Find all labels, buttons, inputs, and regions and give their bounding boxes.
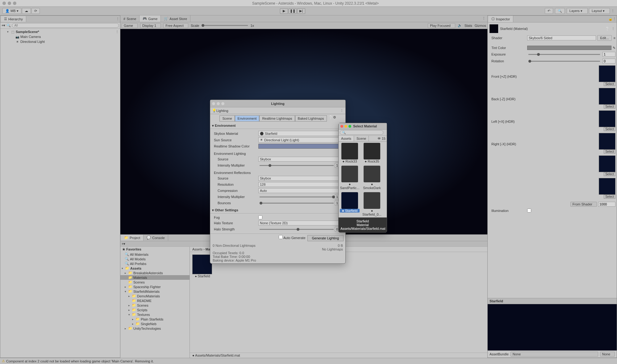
select-texture-button[interactable]: Select — [604, 127, 615, 131]
panel-menu-icon[interactable]: ⋮ — [340, 109, 344, 113]
search-icon[interactable]: 🔍 — [555, 8, 565, 14]
folder-item[interactable]: ▸📁 Plain Starfields — [120, 317, 190, 321]
kebab-icon[interactable]: ⋮ — [611, 9, 615, 13]
folder-item[interactable]: ▸📁 Spaceship Fighter — [120, 284, 190, 289]
material-grid-item[interactable]: ● Starfield — [340, 192, 360, 216]
folder-item[interactable]: ▸📁 Scenes — [120, 303, 190, 308]
step-button[interactable]: ▶| — [297, 8, 305, 14]
mute-icon[interactable]: 🔈 — [458, 23, 462, 27]
material-grid-item[interactable]: ● Rock33 — [340, 143, 360, 163]
favorite-item[interactable]: 🔍 All Models — [120, 257, 190, 261]
folder-item[interactable]: ▸📁 DemoMaterials — [120, 294, 190, 298]
folder-item[interactable]: ▾📁 Textures — [120, 312, 190, 317]
material-grid-item[interactable]: ● Rock35 — [362, 143, 382, 163]
edit-button[interactable]: Edit... — [597, 35, 611, 41]
tab-assets[interactable]: Assets — [339, 136, 354, 141]
tab-scene-lighting[interactable]: Scene — [219, 115, 235, 122]
undo-icon[interactable]: ↶ — [545, 8, 553, 14]
hierarchy-search[interactable] — [12, 23, 119, 28]
lighting-window[interactable]: Lighting 💡 Lighting ⋮ Scene Environment … — [210, 100, 346, 264]
sun-source-field[interactable]: ☀ Directional Light (Light) — [258, 137, 344, 143]
favorite-item[interactable]: 🔍 All Prefabs — [120, 261, 190, 266]
tab-lighting[interactable]: Lighting — [216, 109, 228, 113]
intensity-slider[interactable] — [260, 165, 334, 166]
from-shader-dropdown[interactable]: From Shader — [570, 202, 597, 207]
select-texture-button[interactable]: Select — [604, 195, 615, 199]
texture-slot[interactable] — [599, 178, 615, 195]
layout-dropdown[interactable]: Layout ▾ — [589, 8, 610, 14]
tab-game[interactable]: 🎮Game — [140, 15, 161, 22]
game-mode-dropdown[interactable]: Game — [122, 23, 138, 28]
tab-hierarchy[interactable]: ☰Hierarchy — [1, 16, 26, 22]
select-texture-button[interactable]: Select — [604, 172, 615, 176]
menu-icon[interactable]: ≡ — [614, 36, 615, 40]
rotation-slider[interactable] — [528, 61, 600, 62]
panel-menu-icon[interactable]: ⋮ — [116, 17, 119, 21]
refl-source-dropdown[interactable]: Skybox — [258, 176, 344, 181]
compression-dropdown[interactable]: Auto — [258, 188, 344, 193]
select-texture-button[interactable]: Select — [604, 105, 615, 109]
shadow-color-picker[interactable] — [258, 144, 344, 149]
texture-slot[interactable] — [599, 110, 615, 127]
env-header[interactable]: ▾ Environment — [210, 123, 345, 129]
texture-slot[interactable] — [599, 88, 615, 105]
select-texture-button[interactable]: Select — [604, 150, 615, 154]
gi-checkbox[interactable] — [527, 209, 531, 213]
layers-dropdown[interactable]: Layers ▾ — [567, 8, 588, 14]
cloud-button[interactable]: ☁ — [22, 8, 31, 14]
exposure-slider[interactable] — [528, 54, 600, 55]
lock-icon[interactable]: 🔓 — [608, 17, 613, 21]
texture-slot[interactable] — [599, 133, 615, 150]
halo-strength-slider[interactable] — [260, 229, 334, 230]
tab-scene-mats[interactable]: Scene — [354, 136, 369, 141]
hierarchy-item[interactable]: ☀ Directional Light — [0, 39, 120, 44]
generate-lighting-button[interactable]: Generate Lighting — [307, 235, 344, 241]
rotation-value[interactable] — [602, 59, 615, 64]
folder-item[interactable]: ▸📁 UnityTechnologies — [120, 326, 190, 331]
folder-item[interactable]: ▾📁 StarfieldMaterials — [120, 289, 190, 294]
tab-baked-lightmaps[interactable]: Baked Lightmaps — [295, 115, 327, 122]
scene-node[interactable]: ▾⬚ SampleScene* ⋮ — [0, 29, 120, 34]
history-button[interactable]: ⟳ — [31, 8, 40, 14]
kebab-icon[interactable]: ⋮ — [115, 30, 119, 34]
account-button[interactable]: 👤 MB ▾ — [2, 8, 21, 14]
texture-slot[interactable] — [599, 155, 615, 172]
gizmos-toggle[interactable]: Gizmos — [475, 24, 486, 27]
color-picker[interactable] — [527, 46, 611, 50]
help-icon[interactable]: ❔ — [605, 27, 610, 31]
texture-slot[interactable] — [599, 65, 615, 82]
kebab-icon[interactable]: ⋮ — [611, 27, 615, 31]
folder-item[interactable]: 📁 README — [120, 298, 190, 303]
assets-root[interactable]: ▾📁 Assets — [120, 266, 190, 271]
tab-console[interactable]: 💬 Console — [144, 235, 168, 241]
folder-item[interactable]: 📁 Materials — [120, 275, 190, 280]
shader-dropdown[interactable]: Skybox/6 Sided — [527, 35, 596, 40]
material-grid-item[interactable]: ● SandPartic... — [340, 166, 360, 190]
tab-scene[interactable]: #Scene — [120, 15, 140, 22]
hierarchy-item[interactable]: 📷 Main Camera — [0, 34, 120, 39]
favorite-item[interactable]: 🔍 All Materials — [120, 252, 190, 257]
add-icon[interactable]: +▾ — [122, 242, 125, 246]
gear-icon[interactable]: ⚙ — [333, 115, 336, 122]
folder-item[interactable]: ▸📁 SingleNeb — [120, 321, 190, 326]
material-search[interactable] — [340, 130, 383, 135]
display-dropdown[interactable]: Display 1 — [140, 23, 161, 28]
tab-asset-store[interactable]: 🛒Asset Store — [161, 15, 190, 22]
fog-checkbox[interactable] — [258, 215, 262, 219]
env-source-dropdown[interactable]: Skybox — [258, 157, 344, 162]
play-button[interactable]: ▶ — [280, 8, 288, 14]
add-icon[interactable]: +▾ — [2, 23, 5, 27]
tab-project[interactable]: 📁 Project — [121, 235, 144, 241]
tab-environment[interactable]: Environment — [235, 115, 260, 122]
exposure-value[interactable] — [602, 52, 615, 57]
material-preview-large[interactable] — [488, 304, 617, 350]
tab-realtime-lightmaps[interactable]: Realtime Lightmaps — [259, 115, 295, 122]
window-traffic-lights[interactable] — [2, 2, 16, 5]
assetbundle-dropdown[interactable]: None — [511, 352, 598, 357]
eyedropper-icon[interactable]: ✎ — [613, 46, 615, 50]
refl-intensity-slider[interactable] — [260, 196, 334, 197]
select-texture-button[interactable]: Select — [604, 82, 615, 86]
material-grid-item[interactable]: ● SmokeDark — [362, 166, 382, 190]
play-focused-dropdown[interactable]: Play Focused — [428, 23, 455, 28]
priority-value[interactable] — [598, 202, 615, 207]
